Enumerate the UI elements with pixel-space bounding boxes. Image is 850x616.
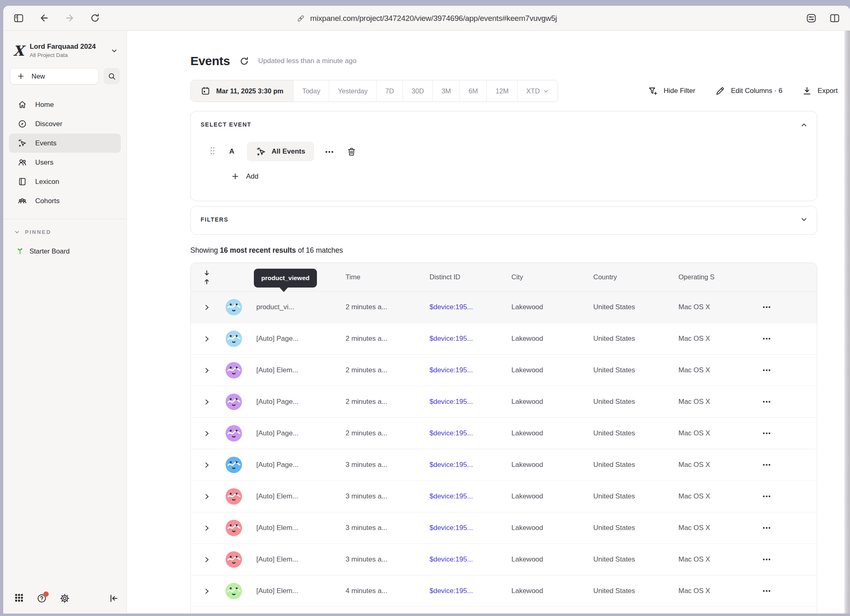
sidebar-item-events[interactable]: Events (9, 134, 121, 153)
new-button[interactable]: New (10, 68, 99, 84)
column-header-distinct-id[interactable]: Distinct ID (430, 273, 511, 281)
collapse-sidebar-icon[interactable] (109, 593, 119, 604)
hide-filter-button[interactable]: Hide Filter (648, 86, 695, 96)
table-row[interactable]: [Auto] Elem...3 minutes a...$device:195.… (191, 481, 817, 512)
sidebar-item-discover[interactable]: Discover (9, 114, 121, 134)
expand-row-icon[interactable] (203, 303, 211, 311)
range-6m[interactable]: 6M (459, 80, 486, 102)
cell-os: Mac OS X (678, 366, 752, 374)
sidebar-item-lexicon[interactable]: Lexicon (9, 172, 121, 191)
row-more-button[interactable]: ••• (763, 588, 771, 594)
cell-city: Lakewood (511, 492, 593, 500)
cell-distinct-id-link[interactable]: $device:195... (430, 492, 473, 500)
cell-time: 3 minutes a... (346, 555, 430, 564)
cell-os: Mac OS X (678, 492, 752, 500)
column-header-country[interactable]: Country (593, 273, 678, 281)
table-row[interactable]: [Auto] Page...2 minutes a...$device:195.… (191, 418, 817, 449)
table-row[interactable]: [Auto] Elem...2 minutes a...$device:195.… (191, 355, 817, 386)
cell-distinct-id-link[interactable]: $device:195... (430, 398, 473, 405)
expand-row-icon[interactable] (203, 587, 211, 595)
page-scrollbar[interactable] (844, 31, 850, 614)
export-button[interactable]: Export (802, 86, 838, 96)
sidebar-item-cohorts[interactable]: Cohorts (9, 191, 121, 211)
sidebar-item-starter-board[interactable]: Starter Board (16, 246, 127, 256)
range-7d[interactable]: 7D (376, 80, 402, 102)
range-yesterday[interactable]: Yesterday (329, 80, 376, 102)
cell-distinct-id-link[interactable]: $device:195... (430, 429, 473, 437)
column-header-os[interactable]: Operating S (678, 273, 752, 281)
expand-row-icon[interactable] (203, 430, 211, 437)
cell-event-name: [Auto] Page... (256, 398, 346, 406)
column-header-time[interactable]: Time (346, 273, 430, 281)
cell-distinct-id-link[interactable]: $device:195... (430, 303, 473, 311)
search-button[interactable] (104, 68, 120, 84)
expand-row-icon[interactable] (203, 398, 211, 406)
cell-country: United States (593, 366, 678, 374)
trash-icon[interactable] (346, 147, 357, 157)
all-events-chip[interactable]: All Events (247, 142, 314, 161)
expand-row-icon[interactable] (203, 367, 211, 374)
help-button[interactable] (36, 593, 47, 604)
table-row[interactable]: [Auto] Page...3 minutes a...$device:195.… (191, 449, 817, 481)
column-header-city[interactable]: City (511, 273, 593, 281)
range-30d[interactable]: 30D (402, 80, 432, 102)
edit-columns-button[interactable]: Edit Columns · 6 (715, 86, 782, 96)
row-more-button[interactable]: ••• (763, 430, 771, 437)
range-xtd[interactable]: XTD (517, 80, 558, 102)
date-picker[interactable]: Mar 11, 2025 3:30 pm (191, 80, 293, 102)
drag-handle-icon[interactable] (210, 146, 215, 157)
split-view-icon[interactable] (829, 13, 840, 24)
chevron-down-icon[interactable] (800, 215, 808, 223)
event-avatar-icon (226, 394, 242, 410)
forward-icon[interactable] (64, 13, 75, 23)
cell-distinct-id-link[interactable]: $device:195... (430, 524, 473, 532)
sidebar-item-users[interactable]: Users (9, 153, 121, 172)
cell-event-name: [Auto] Elem... (256, 366, 346, 374)
table-row[interactable]: ••• (191, 607, 817, 614)
refresh-icon[interactable] (239, 56, 249, 66)
cell-distinct-id-link[interactable]: $device:195... (430, 461, 473, 469)
notification-dot (43, 591, 49, 597)
cell-city: Lakewood (511, 303, 593, 311)
expand-row-icon[interactable] (203, 335, 211, 343)
gear-icon[interactable] (59, 593, 70, 604)
back-icon[interactable] (39, 13, 50, 23)
row-more-button[interactable]: ••• (763, 367, 771, 374)
range-12m[interactable]: 12M (486, 80, 517, 102)
row-more-button[interactable]: ••• (763, 493, 771, 500)
table-row[interactable]: [Auto] Elem...3 minutes a...$device:195.… (191, 512, 817, 544)
row-more-button[interactable]: ••• (763, 304, 771, 310)
expand-row-icon[interactable] (203, 461, 211, 469)
project-switcher[interactable]: X Lord Farquaad 2024 All Project Data (3, 31, 127, 59)
table-row[interactable]: [Auto] Elem...4 minutes a...$device:195.… (191, 575, 817, 607)
table-row[interactable]: [Auto] Elem...3 minutes a...$device:195.… (191, 544, 817, 575)
apps-grid-icon[interactable] (14, 593, 24, 605)
row-more-button[interactable]: ••• (763, 556, 771, 563)
row-more-button[interactable]: ••• (763, 335, 771, 342)
cell-distinct-id-link[interactable]: $device:195... (430, 587, 473, 595)
reload-icon[interactable] (90, 13, 100, 23)
pinned-section-header[interactable]: PINNED (14, 229, 127, 235)
expand-row-icon[interactable] (203, 556, 211, 564)
table-row[interactable]: [Auto] Page...2 minutes a...$device:195.… (191, 386, 817, 418)
cell-distinct-id-link[interactable]: $device:195... (430, 335, 473, 342)
cell-distinct-id-link[interactable]: $device:195... (430, 555, 473, 563)
event-more-button[interactable]: ••• (325, 148, 334, 155)
row-more-button[interactable]: ••• (763, 462, 771, 468)
sidebar-toggle-icon[interactable] (13, 13, 24, 24)
sidebar-item-home[interactable]: Home (9, 95, 121, 114)
address-bar[interactable]: mixpanel.com/project/3472420/view/397469… (296, 6, 557, 31)
page-settings-icon[interactable] (806, 13, 817, 24)
range-today[interactable]: Today (293, 80, 329, 102)
range-3m[interactable]: 3M (432, 80, 459, 102)
expand-row-icon[interactable] (203, 493, 211, 500)
cell-distinct-id-link[interactable]: $device:195... (430, 366, 473, 374)
row-more-button[interactable]: ••• (763, 399, 771, 405)
expand-row-icon[interactable] (203, 524, 211, 532)
event-avatar-icon (226, 331, 242, 347)
collapse-all-rows-icon[interactable] (202, 270, 211, 285)
add-event-button[interactable]: Add (231, 172, 280, 181)
table-row[interactable]: [Auto] Page...2 minutes a...$device:195.… (191, 323, 817, 355)
row-more-button[interactable]: ••• (763, 525, 771, 531)
chevron-up-icon[interactable] (800, 121, 808, 129)
